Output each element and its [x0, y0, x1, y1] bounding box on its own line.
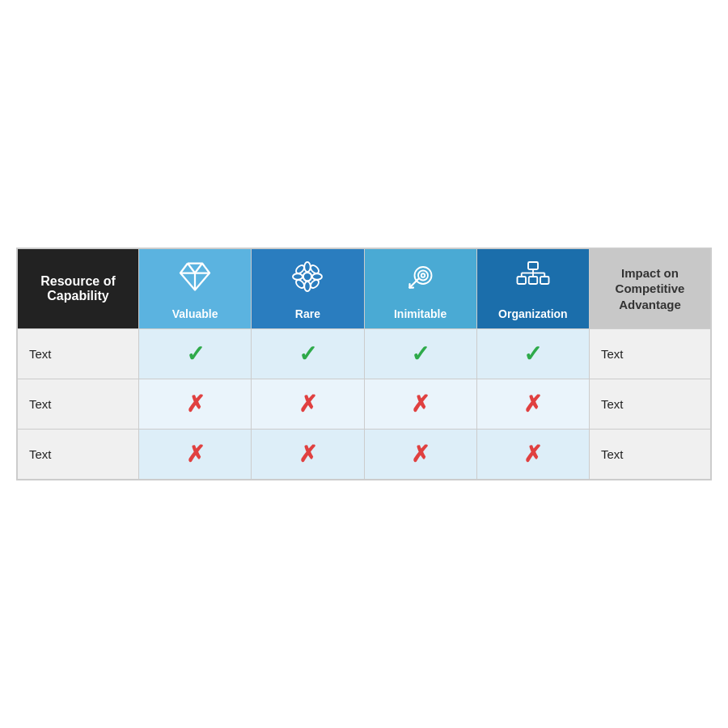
cross-icon: ✗ — [523, 442, 542, 467]
resource-header-label: Resource of Capability — [40, 274, 115, 303]
svg-point-3 — [293, 273, 303, 280]
impact-cell: Text — [590, 329, 711, 379]
cross-icon: ✗ — [411, 392, 430, 417]
svg-point-2 — [305, 281, 311, 291]
resource-header: Resource of Capability — [18, 249, 139, 329]
cross-icon: ✗ — [298, 392, 317, 417]
resource-cell: Text — [18, 430, 139, 480]
impact-cell: Text — [590, 430, 711, 480]
impact-header: Impact on Competitive Advantage — [590, 249, 711, 329]
inimitable-header: Inimitable — [364, 249, 476, 329]
valuable-header: Valuable — [139, 249, 252, 329]
table-row: Text✗✗✗✗Text — [18, 379, 711, 430]
cross-icon: ✗ — [186, 392, 205, 417]
svg-rect-17 — [529, 277, 538, 284]
inimitable-cell: ✓ — [364, 329, 476, 379]
cross-icon: ✗ — [298, 442, 317, 467]
vrio-table: Resource of Capability Valuable — [16, 248, 712, 480]
resource-cell: Text — [18, 329, 139, 379]
organization-header: Organization — [476, 249, 589, 329]
svg-rect-15 — [528, 262, 538, 269]
cross-icon: ✗ — [411, 442, 430, 467]
flower-icon — [258, 257, 357, 301]
inimitable-label: Inimitable — [371, 307, 470, 320]
rare-header: Rare — [252, 249, 364, 329]
diamond-icon — [146, 257, 244, 301]
rare-cell: ✗ — [252, 430, 364, 480]
svg-point-4 — [312, 273, 322, 280]
organization-cell: ✓ — [476, 329, 589, 379]
inimitable-cell: ✗ — [364, 379, 476, 430]
impact-cell: Text — [590, 379, 711, 430]
svg-point-1 — [305, 262, 311, 272]
valuable-cell: ✗ — [139, 430, 252, 480]
valuable-cell: ✓ — [139, 329, 252, 379]
valuable-label: Valuable — [146, 307, 244, 320]
svg-rect-16 — [517, 277, 526, 284]
svg-point-0 — [303, 273, 312, 281]
rare-cell: ✗ — [252, 379, 364, 430]
organization-cell: ✗ — [476, 430, 589, 480]
valuable-cell: ✗ — [139, 379, 252, 430]
svg-point-11 — [421, 273, 425, 277]
table-row: Text✗✗✗✗Text — [18, 430, 711, 480]
table-row: Text✓✓✓✓Text — [18, 329, 711, 379]
cross-icon: ✗ — [523, 392, 542, 417]
check-icon: ✓ — [411, 341, 430, 366]
rare-cell: ✓ — [252, 329, 364, 379]
svg-rect-18 — [540, 277, 549, 284]
check-icon: ✓ — [186, 341, 205, 366]
check-icon: ✓ — [523, 341, 542, 366]
organization-cell: ✗ — [476, 379, 589, 430]
svg-point-10 — [418, 271, 428, 281]
rare-label: Rare — [258, 307, 357, 320]
check-icon: ✓ — [298, 341, 317, 366]
cross-icon: ✗ — [186, 442, 205, 467]
impact-header-label: Impact on Competitive Advantage — [616, 266, 685, 311]
organization-label: Organization — [484, 307, 582, 320]
resource-cell: Text — [18, 379, 139, 430]
target-icon — [371, 257, 470, 301]
inimitable-cell: ✗ — [364, 430, 476, 480]
org-chart-icon — [484, 257, 582, 301]
svg-line-12 — [409, 279, 418, 288]
